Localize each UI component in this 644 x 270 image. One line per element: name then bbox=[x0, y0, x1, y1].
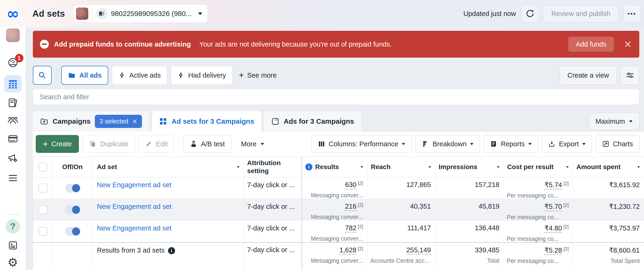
tab-ad-sets[interactable]: Ad sets for 3 Campaigns bbox=[152, 111, 261, 132]
amount-spent-cell: ₹3,753.97 bbox=[573, 221, 644, 242]
adset-name-link[interactable]: New Engagement ad set bbox=[97, 203, 172, 210]
sidebar-item-ads-reporting[interactable] bbox=[8, 97, 18, 108]
row-checkbox[interactable] bbox=[38, 227, 48, 236]
chevron-down-icon bbox=[629, 120, 632, 122]
totals-attribution-cell: 7-day click or ... bbox=[244, 243, 302, 270]
help-button[interactable]: ? bbox=[6, 219, 20, 234]
review-and-publish-button[interactable]: Review and publish bbox=[543, 5, 619, 22]
cost-value[interactable]: ₹5.70 bbox=[544, 203, 562, 211]
duplicate-icon bbox=[89, 140, 96, 148]
divider bbox=[178, 137, 179, 151]
col-header-impressions[interactable]: Impressions bbox=[435, 157, 504, 177]
adset-toggle-on[interactable] bbox=[65, 227, 80, 236]
totals-cost-value[interactable]: ₹5.28 bbox=[544, 246, 562, 255]
toggle-cell bbox=[53, 177, 93, 199]
top-bar: Ad sets 980225989095326 (980... Updated … bbox=[0, 0, 644, 27]
create-label: Create bbox=[52, 140, 72, 148]
sort-caret-icon bbox=[497, 166, 500, 168]
charts-button[interactable]: Charts bbox=[596, 135, 639, 153]
view-settings-button[interactable] bbox=[620, 66, 639, 85]
search-and-filter-input[interactable] bbox=[33, 89, 639, 105]
totals-label: Results from 3 ad sets bbox=[97, 246, 165, 254]
sidebar-item-all-tools[interactable] bbox=[8, 173, 18, 183]
meta-logo[interactable] bbox=[0, 6, 26, 21]
select-all-checkbox[interactable] bbox=[38, 163, 48, 172]
info-icon[interactable] bbox=[305, 164, 312, 171]
adset-name-link[interactable]: New Engagement ad set bbox=[97, 181, 172, 189]
pages-icon bbox=[8, 97, 18, 108]
account-avatar bbox=[76, 8, 88, 20]
refresh-button[interactable] bbox=[521, 5, 538, 22]
add-funds-button[interactable]: Add funds bbox=[568, 37, 614, 52]
ab-test-button[interactable]: A/B test bbox=[184, 135, 231, 153]
results-value[interactable]: 216 bbox=[345, 202, 356, 211]
filter-active-ads[interactable]: Active ads bbox=[112, 66, 167, 85]
charts-label: Charts bbox=[613, 140, 633, 148]
sidebar-item-account-overview[interactable]: 1 bbox=[8, 57, 18, 68]
chevron-down-icon bbox=[261, 143, 264, 145]
selected-badge-label: 3 selected bbox=[100, 118, 128, 125]
tab-ads[interactable]: Ads for 3 Campaigns bbox=[264, 111, 361, 132]
sidebar-item-billing[interactable] bbox=[8, 133, 18, 144]
close-icon[interactable] bbox=[132, 119, 137, 124]
main-content: Add prepaid funds to continue advertisin… bbox=[26, 27, 644, 270]
col-header-ad-set[interactable]: Ad set bbox=[93, 157, 244, 177]
adset-toggle-on[interactable] bbox=[65, 184, 80, 192]
page-title: Ad sets bbox=[32, 9, 65, 19]
sidebar-item-campaigns-active[interactable] bbox=[4, 75, 22, 92]
totals-results-value[interactable]: 1,628 bbox=[339, 246, 356, 255]
info-icon[interactable] bbox=[168, 247, 175, 254]
reports-dropdown[interactable]: Reports bbox=[484, 135, 538, 153]
filter-had-delivery[interactable]: Had delivery bbox=[171, 66, 232, 85]
export-label: Export bbox=[559, 140, 579, 148]
create-view-button[interactable]: Create a view bbox=[560, 66, 617, 85]
row-checkbox[interactable] bbox=[38, 184, 48, 193]
export-download-icon bbox=[548, 140, 556, 148]
col-header-amount-spent[interactable]: Amount spent bbox=[573, 157, 644, 177]
search-button[interactable] bbox=[33, 66, 52, 85]
col-header-results[interactable]: Results bbox=[302, 157, 368, 177]
cost-value[interactable]: ₹5.74 bbox=[544, 181, 562, 190]
filter-all-ads[interactable]: All ads bbox=[61, 66, 108, 85]
sidebar-item-audiences[interactable] bbox=[8, 115, 18, 125]
sort-caret-icon bbox=[566, 166, 569, 168]
banner-close-button[interactable] bbox=[624, 40, 632, 48]
col-header-reach[interactable]: Reach bbox=[368, 157, 435, 177]
sidebar-item-updates[interactable] bbox=[8, 240, 18, 251]
tab-campaigns[interactable]: Campaigns 3 selected bbox=[33, 111, 149, 132]
sort-caret-icon bbox=[428, 166, 431, 168]
user-avatar[interactable] bbox=[6, 29, 20, 42]
columns-icon bbox=[318, 140, 325, 148]
create-button[interactable]: Create bbox=[36, 135, 79, 153]
delivery-filter-dropdown[interactable]: Maximum bbox=[588, 112, 639, 130]
row-checkbox-cell bbox=[33, 177, 53, 199]
breakdown-dropdown[interactable]: Breakdown bbox=[415, 135, 480, 153]
settings-button[interactable] bbox=[8, 256, 18, 268]
more-options-button[interactable] bbox=[623, 5, 641, 22]
more-dropdown[interactable]: More bbox=[235, 135, 270, 153]
totals-reach-value[interactable]: 255,149 bbox=[406, 246, 431, 255]
adset-name-link[interactable]: New Engagement ad set bbox=[97, 224, 172, 232]
cost-value[interactable]: ₹4.80 bbox=[544, 224, 562, 233]
tab-label: Ad sets for 3 Campaigns bbox=[172, 117, 254, 125]
edit-button[interactable]: Edit bbox=[138, 135, 174, 153]
see-more-button[interactable]: See more bbox=[239, 71, 277, 79]
cost-per-result-cell: ₹5.74[2]Per messaging co... bbox=[504, 177, 573, 199]
export-dropdown[interactable]: Export bbox=[542, 135, 592, 153]
row-checkbox[interactable] bbox=[38, 205, 48, 214]
columns-dropdown[interactable]: Columns: Performance bbox=[312, 135, 412, 153]
filter-label: Had delivery bbox=[188, 71, 226, 79]
duplicate-button[interactable]: Duplicate bbox=[82, 135, 135, 153]
results-value[interactable]: 782 bbox=[345, 224, 356, 233]
sidebar-item-ads-manager-tools[interactable] bbox=[8, 153, 18, 164]
charts-icon bbox=[602, 140, 610, 148]
chevron-down-icon bbox=[470, 143, 474, 145]
ab-test-label: A/B test bbox=[201, 140, 225, 148]
columns-label: Columns: Performance bbox=[329, 140, 398, 148]
adset-toggle-on[interactable] bbox=[65, 206, 80, 214]
ad-account-selector[interactable]: 980225989095326 (980... bbox=[73, 5, 208, 23]
selected-badge[interactable]: 3 selected bbox=[95, 115, 142, 128]
refresh-icon bbox=[525, 9, 535, 18]
col-header-cost-per-result[interactable]: Cost per result bbox=[504, 157, 573, 177]
results-value[interactable]: 630 bbox=[345, 181, 356, 189]
